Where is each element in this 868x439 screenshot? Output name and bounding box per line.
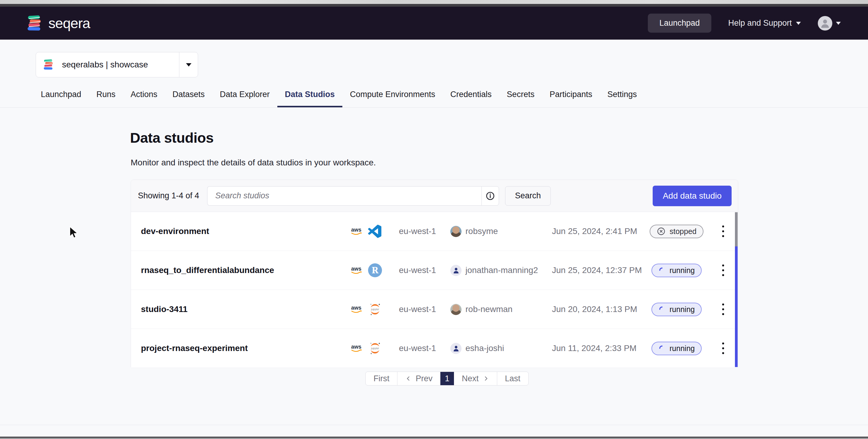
studio-name[interactable]: dev-environment <box>141 212 209 251</box>
search-input[interactable] <box>207 186 482 206</box>
pagination-next-label: Next <box>462 374 479 383</box>
row-menu-button[interactable] <box>716 251 730 290</box>
user-cell: jonathan-manning2 <box>450 251 538 290</box>
aws-icon: aws <box>349 343 363 353</box>
svg-text:aws: aws <box>351 227 362 233</box>
rstudio-icon: R <box>368 263 382 277</box>
svg-text:jupyter: jupyter <box>371 347 379 350</box>
row-menu-button[interactable] <box>716 290 730 328</box>
footer-divider <box>0 425 868 425</box>
tab-data-explorer[interactable]: Data Explorer <box>212 81 277 107</box>
person-icon <box>452 266 460 274</box>
scrollbar-track-highlight[interactable] <box>735 246 738 367</box>
svg-text:aws: aws <box>351 305 362 311</box>
screen: seqera Launchpad Help and Support <box>0 0 868 439</box>
studio-name[interactable]: studio-3411 <box>141 290 187 328</box>
user-cell: rob-newman <box>450 290 513 328</box>
user-avatar <box>450 343 462 354</box>
page-title: Data studios <box>130 129 214 146</box>
chevron-left-icon <box>405 376 411 381</box>
table-row[interactable]: studio-3411 aws R jupyter eu-west-1 <box>131 290 738 329</box>
tab-settings[interactable]: Settings <box>600 81 645 107</box>
status-label: running <box>670 344 695 353</box>
platform-icons: aws R jupyter <box>349 290 382 328</box>
chevron-right-icon <box>483 376 489 381</box>
user-name: jonathan-manning2 <box>465 265 538 275</box>
brand-wordmark: seqera <box>49 15 90 31</box>
region-label: eu-west-1 <box>399 290 436 328</box>
tab-launchpad[interactable]: Launchpad <box>33 81 89 107</box>
pagination-prev[interactable]: Prev <box>397 372 440 385</box>
help-and-support-menu[interactable]: Help and Support <box>728 19 801 28</box>
showing-count: Showing 1-4 of 4 <box>138 191 199 200</box>
date-created: Jun 20, 2024, 1:13 PM <box>552 290 637 328</box>
chevron-down-icon <box>796 22 801 25</box>
user-menu[interactable] <box>818 16 841 31</box>
table-row[interactable]: dev-environment aws R jupyter eu-west-1 <box>131 212 738 251</box>
vscode-icon <box>368 225 381 238</box>
table-row[interactable]: project-rnaseq-experiment aws R jupyter … <box>131 329 738 368</box>
pagination-last-label: Last <box>505 374 521 383</box>
person-icon <box>452 344 460 352</box>
scrollbar-thumb[interactable] <box>735 212 738 246</box>
tab-runs[interactable]: Runs <box>89 81 123 107</box>
spinner-icon <box>658 345 666 352</box>
studio-name[interactable]: rnaseq_to_differentialabundance <box>141 251 274 290</box>
workspace-org-icon <box>43 59 54 70</box>
search-group <box>207 186 499 206</box>
workspace-tabbar: LaunchpadRunsActionsDatasetsData Explore… <box>0 81 868 107</box>
workspace-selector[interactable]: seqeralabs | showcase <box>36 52 198 77</box>
browser-top-frame <box>0 4 868 7</box>
tab-datasets[interactable]: Datasets <box>165 81 212 107</box>
status-label: stopped <box>670 227 696 236</box>
avatar <box>818 16 832 31</box>
pagination-first[interactable]: First <box>366 372 397 385</box>
tab-secrets[interactable]: Secrets <box>499 81 542 107</box>
person-icon <box>819 17 831 29</box>
user-avatar <box>450 265 462 276</box>
aws-icon: aws <box>349 305 363 314</box>
tab-compute-environments[interactable]: Compute Environments <box>342 81 443 107</box>
pagination-current-page: 1 <box>445 374 450 383</box>
date-created: Jun 11, 2024, 2:33 PM <box>552 329 637 368</box>
kebab-menu-icon <box>721 341 725 355</box>
jupyter-icon: jupyter <box>368 302 382 316</box>
pagination-next[interactable]: Next <box>454 372 497 385</box>
search-info-button[interactable] <box>482 186 499 206</box>
user-cell: robsyme <box>450 212 498 251</box>
user-name: esha-joshi <box>465 343 504 353</box>
info-icon <box>486 191 495 201</box>
seqera-brand[interactable]: seqera <box>27 15 90 32</box>
platform-icons: aws R jupyter <box>349 329 382 368</box>
status-label: running <box>670 266 695 275</box>
mouse-cursor <box>68 226 81 240</box>
pagination-page-1[interactable]: 1 <box>440 372 454 385</box>
status-badge-stopped: stopped <box>650 225 704 238</box>
platform-icons: aws R jupyter <box>349 251 382 290</box>
region-label: eu-west-1 <box>399 329 436 368</box>
row-menu-button[interactable] <box>716 329 730 368</box>
aws-icon: aws <box>349 265 363 275</box>
svg-text:aws: aws <box>351 266 362 272</box>
kebab-menu-icon <box>721 302 725 317</box>
workspace-dropdown-toggle[interactable] <box>179 52 198 77</box>
tab-actions[interactable]: Actions <box>123 81 165 107</box>
region-label: eu-west-1 <box>399 212 436 251</box>
browser-top-edge <box>0 0 868 4</box>
tab-participants[interactable]: Participants <box>542 81 600 107</box>
pagination-last[interactable]: Last <box>497 372 528 385</box>
add-data-studio-button[interactable]: Add data studio <box>653 186 732 206</box>
tab-credentials[interactable]: Credentials <box>443 81 499 107</box>
studio-name[interactable]: project-rnaseq-experiment <box>141 329 248 368</box>
launchpad-button[interactable]: Launchpad <box>648 13 711 33</box>
top-navbar: seqera Launchpad Help and Support <box>0 7 868 40</box>
jupyter-icon: jupyter <box>368 341 382 355</box>
svg-text:aws: aws <box>351 344 362 350</box>
status-badge-running: running <box>651 264 702 277</box>
table-row[interactable]: rnaseq_to_differentialabundance aws R ju… <box>131 251 738 290</box>
row-menu-button[interactable] <box>716 212 730 251</box>
search-button[interactable]: Search <box>505 186 551 206</box>
table-rows: dev-environment aws R jupyter eu-west-1 <box>131 212 738 368</box>
tab-data-studios[interactable]: Data Studios <box>277 81 342 107</box>
kebab-menu-icon <box>721 224 725 239</box>
